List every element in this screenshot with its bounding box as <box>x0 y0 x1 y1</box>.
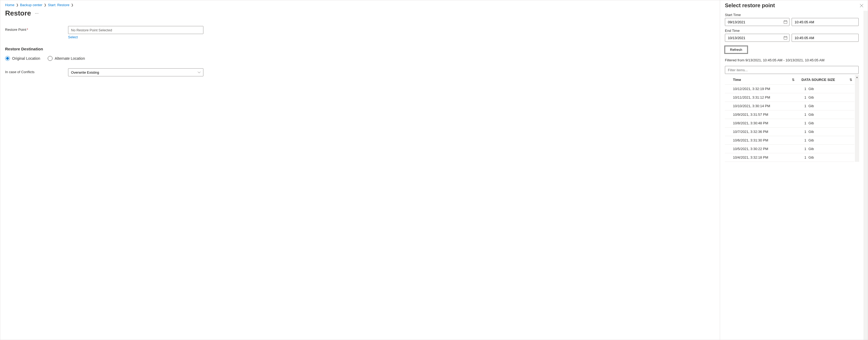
breadcrumb-backup-center[interactable]: Backup center <box>20 3 42 7</box>
table-row[interactable]: 10/7/2021, 3:32:36 PM1Gib <box>725 127 854 136</box>
end-time-input[interactable] <box>792 34 859 42</box>
chevron-right-icon: ❯ <box>44 3 46 7</box>
cell-size-unit: Gib <box>807 93 854 102</box>
radio-checked-icon <box>5 56 10 61</box>
radio-original-location[interactable]: Original Location <box>5 56 40 61</box>
cell-size-num: 1 <box>799 111 807 119</box>
table-row[interactable]: 10/9/2021, 3:31:57 PM1Gib <box>725 111 854 119</box>
table-row[interactable]: 10/10/2021, 3:30:14 PM1Gib <box>725 102 854 111</box>
cell-size-unit: Gib <box>807 153 854 162</box>
cell-time: 10/8/2021, 3:30:48 PM <box>725 119 799 127</box>
sort-icon: ⇅ <box>849 78 852 82</box>
cell-time: 10/5/2021, 3:30:22 PM <box>725 145 799 153</box>
table-row[interactable]: 10/8/2021, 3:30:48 PM1Gib <box>725 119 854 127</box>
cell-size-num: 1 <box>799 153 807 162</box>
cell-time: 10/7/2021, 3:32:36 PM <box>725 127 799 136</box>
radio-alternate-label: Alternate Location <box>55 56 85 61</box>
radio-original-label: Original Location <box>12 56 40 61</box>
column-header-size[interactable]: DATA SOURCE SIZE ⇅ <box>799 75 854 85</box>
cell-size-unit: Gib <box>807 102 854 111</box>
cell-size-num: 1 <box>799 119 807 127</box>
cell-size-num: 1 <box>799 102 807 111</box>
radio-alternate-location[interactable]: Alternate Location <box>48 56 85 61</box>
cell-size-num: 1 <box>799 85 807 93</box>
cell-time: 10/11/2021, 3:31:12 PM <box>725 93 799 102</box>
start-time-input[interactable] <box>792 18 859 26</box>
filter-items-input[interactable] <box>725 66 859 74</box>
chevron-right-icon: ❯ <box>16 3 19 7</box>
cell-size-unit: Gib <box>807 111 854 119</box>
restore-destination-heading: Restore Destination <box>5 47 715 51</box>
start-time-label: Start Time <box>725 13 859 17</box>
chevron-right-icon: ❯ <box>71 3 73 7</box>
table-row[interactable]: 10/4/2021, 3:32:18 PM1Gib <box>725 153 854 162</box>
cell-size-num: 1 <box>799 145 807 153</box>
cell-time: 10/12/2021, 3:32:19 PM <box>725 85 799 93</box>
refresh-button[interactable]: Refresh <box>725 46 747 53</box>
panel-scrollbar[interactable] <box>863 11 868 340</box>
cell-size-unit: Gib <box>807 136 854 145</box>
table-row[interactable]: 10/12/2021, 3:32:19 PM1Gib <box>725 85 854 93</box>
table-scrollbar[interactable]: ▲ <box>855 75 859 162</box>
column-header-time[interactable]: Time ⇅ <box>725 75 799 85</box>
column-header-time-label: Time <box>733 78 741 82</box>
scroll-up-icon[interactable]: ▲ <box>855 75 859 79</box>
cell-size-unit: Gib <box>807 119 854 127</box>
conflicts-select[interactable] <box>68 68 204 76</box>
table-row[interactable]: 10/5/2021, 3:30:22 PM1Gib <box>725 145 854 153</box>
cell-time: 10/10/2021, 3:30:14 PM <box>725 102 799 111</box>
start-date-input[interactable] <box>725 18 789 26</box>
cell-size-num: 1 <box>799 93 807 102</box>
end-date-input[interactable] <box>725 34 789 42</box>
cell-time: 10/4/2021, 3:32:18 PM <box>725 153 799 162</box>
cell-size-unit: Gib <box>807 127 854 136</box>
breadcrumb: Home ❯ Backup center ❯ Start: Restore ❯ <box>5 2 715 9</box>
page-title: Restore <box>5 9 31 18</box>
restore-point-input[interactable] <box>68 26 204 34</box>
table-row[interactable]: 10/6/2021, 3:31:30 PM1Gib <box>725 136 854 145</box>
end-time-label: End Time <box>725 29 859 33</box>
breadcrumb-home[interactable]: Home <box>5 3 14 7</box>
cell-size-num: 1 <box>799 127 807 136</box>
cell-time: 10/6/2021, 3:31:30 PM <box>725 136 799 145</box>
cell-size-unit: Gib <box>807 85 854 93</box>
panel-title: Select restore point <box>725 2 775 8</box>
radio-unchecked-icon <box>48 56 53 61</box>
filtered-range-text: Filtered from 9/13/2021, 10:45:05 AM - 1… <box>725 58 859 62</box>
conflicts-label: In case of Conflicts <box>5 70 35 74</box>
restore-point-label: Restore Point <box>5 28 26 32</box>
required-marker: * <box>27 28 28 32</box>
sort-icon: ⇅ <box>792 78 795 82</box>
breadcrumb-start-restore[interactable]: Start: Restore <box>48 3 69 7</box>
column-header-size-label: DATA SOURCE SIZE <box>802 78 835 82</box>
more-icon[interactable]: ⋯ <box>35 11 39 16</box>
cell-time: 10/9/2021, 3:31:57 PM <box>725 111 799 119</box>
table-row[interactable]: 10/11/2021, 3:31:12 PM1Gib <box>725 93 854 102</box>
restore-points-table: Time ⇅ DATA SOURCE SIZE ⇅ 10/12/2021, <box>725 75 854 162</box>
cell-size-unit: Gib <box>807 145 854 153</box>
select-restore-point-link[interactable]: Select <box>68 35 78 39</box>
select-restore-point-panel: Select restore point Start Time End <box>720 0 868 340</box>
cell-size-num: 1 <box>799 136 807 145</box>
main-content: Home ❯ Backup center ❯ Start: Restore ❯ … <box>0 0 720 340</box>
close-icon[interactable] <box>859 3 865 8</box>
